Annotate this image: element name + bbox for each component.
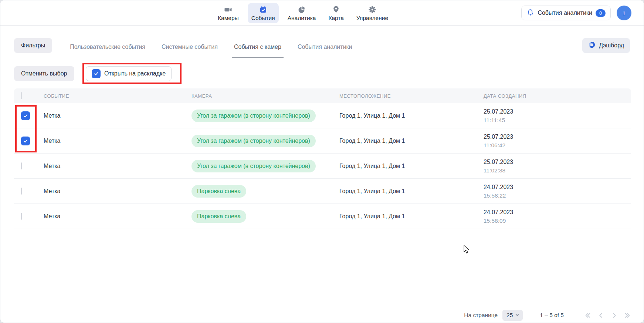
nav-label: События (251, 15, 275, 21)
column-header-location: МЕСТОПОЛОЖЕНИЕ (339, 93, 484, 99)
row-checkbox[interactable] (21, 162, 22, 169)
analytics-events-button[interactable]: События аналитики 0 (521, 6, 611, 20)
tab-camera-events[interactable]: События с камер (234, 37, 281, 58)
top-header: Камеры События (0, 0, 644, 26)
row-checkbox[interactable] (21, 188, 22, 195)
tab-system-events[interactable]: Системные события (162, 37, 218, 58)
created-time: 11:02:38 (484, 166, 631, 175)
per-page-value: 25 (506, 312, 513, 319)
table-row[interactable]: Метка Парковка слева Город 1, Улица 1, Д… (14, 204, 631, 229)
table-row[interactable]: Метка Угол за гаражом (в сторону контейн… (14, 154, 631, 179)
open-on-layout-toggle[interactable]: Открыть на раскладке (86, 66, 172, 81)
pager-arrows (583, 311, 632, 320)
dashboard-button[interactable]: Дэшборд (582, 38, 630, 53)
camera-tag[interactable]: Угол за гаражом (в сторону контейнеров) (191, 160, 316, 172)
tab-analytics-events[interactable]: События аналитики (298, 37, 352, 58)
next-page-button[interactable] (610, 311, 618, 320)
created-time: 11:11:45 (484, 116, 631, 124)
table-header-row: СОБЫТИЕ КАМЕРА МЕСТОПОЛОЖЕНИЕ ДАТА СОЗДА… (14, 88, 631, 103)
table-row[interactable]: Метка Угол за гаражом (в сторону контейн… (14, 128, 631, 154)
camera-tag[interactable]: Парковка слева (191, 185, 246, 198)
map-pin-icon (332, 6, 340, 14)
row-checkbox[interactable] (21, 137, 30, 145)
location-text: Город 1, Улица 1, Дом 1 (339, 188, 484, 195)
location-text: Город 1, Улица 1, Дом 1 (339, 213, 484, 220)
donut-chart-icon (588, 41, 596, 50)
nav-label: Карта (328, 15, 343, 21)
per-page-label: На странице (464, 312, 498, 319)
column-header-created: ДАТА СОЗДАНИЯ (484, 93, 631, 99)
created-date: 25.07.2023 (484, 107, 631, 116)
event-name: Метка (44, 163, 191, 169)
created-date: 24.07.2023 (484, 183, 631, 191)
per-page-select[interactable]: 25 (502, 310, 523, 321)
filters-button[interactable]: Фильтры (14, 38, 52, 53)
camera-tag[interactable]: Угол за гаражом (в сторону контейнеров) (191, 110, 316, 122)
gear-icon (368, 6, 376, 14)
pie-chart-icon (298, 6, 306, 14)
table-row[interactable]: Метка Парковка слева Город 1, Улица 1, Д… (14, 179, 631, 204)
dashboard-label: Дэшборд (599, 42, 624, 49)
created-date: 25.07.2023 (484, 132, 631, 141)
nav-item-events[interactable]: События (248, 3, 279, 23)
created-time: 15:58:09 (484, 216, 631, 225)
analytics-events-label: События аналитики (538, 10, 592, 16)
nav-label: Управление (356, 15, 388, 21)
chevron-down-icon (515, 312, 519, 319)
tab-user-events[interactable]: Пользовательские события (70, 37, 145, 58)
created-date: 24.07.2023 (484, 208, 631, 216)
first-page-button[interactable] (583, 311, 592, 320)
video-camera-icon (224, 6, 232, 14)
created-date: 25.07.2023 (484, 158, 631, 166)
event-name: Метка (44, 188, 191, 195)
nav-item-map[interactable]: Карта (325, 3, 347, 23)
camera-tag[interactable]: Парковка слева (191, 210, 246, 223)
row-checkbox[interactable] (21, 213, 22, 220)
event-name: Метка (44, 112, 191, 119)
nav-label: Камеры (218, 15, 239, 21)
created-time: 15:58:22 (484, 191, 631, 200)
created-time: 11:06:42 (484, 141, 631, 149)
nav-label: Аналитика (288, 15, 316, 21)
pagination-bar: На странице 25 1 – 5 of 5 (464, 309, 632, 321)
location-text: Город 1, Улица 1, Дом 1 (339, 112, 484, 119)
nav-item-analytics[interactable]: Аналитика (284, 3, 320, 23)
nav-item-management[interactable]: Управление (353, 3, 392, 23)
open-on-layout-label: Открыть на раскладке (104, 70, 166, 77)
prev-page-button[interactable] (596, 311, 605, 320)
camera-tag[interactable]: Угол за гаражом (в сторону контейнеров) (191, 135, 316, 147)
event-name: Метка (44, 213, 191, 220)
location-text: Город 1, Улица 1, Дом 1 (339, 138, 484, 144)
column-header-event: СОБЫТИЕ (44, 93, 191, 99)
event-name: Метка (44, 138, 191, 144)
cancel-selection-button[interactable]: Отменить выбор (14, 66, 74, 81)
mouse-cursor (462, 245, 471, 255)
main-navigation: Камеры События (214, 2, 392, 24)
column-header-camera: КАМЕРА (191, 93, 339, 99)
analytics-events-count-badge: 0 (596, 9, 606, 17)
nav-item-cameras[interactable]: Камеры (214, 3, 243, 23)
open-on-layout-checkbox[interactable] (92, 69, 101, 78)
user-avatar[interactable]: 1 (617, 6, 631, 20)
calendar-event-icon (259, 6, 267, 14)
select-all-checkbox[interactable] (21, 92, 22, 99)
location-text: Город 1, Улица 1, Дом 1 (339, 163, 484, 169)
events-table: СОБЫТИЕ КАМЕРА МЕСТОПОЛОЖЕНИЕ ДАТА СОЗДА… (14, 88, 631, 229)
tabs-bar: Фильтры Пользовательские события Системн… (9, 37, 635, 58)
app-window: Камеры События (0, 0, 644, 323)
last-page-button[interactable] (623, 311, 632, 320)
table-row[interactable]: Метка Угол за гаражом (в сторону контейн… (14, 103, 631, 128)
bell-icon (526, 9, 534, 18)
row-checkbox[interactable] (21, 111, 30, 120)
pagination-range: 1 – 5 of 5 (540, 312, 564, 319)
header-right-group: События аналитики 0 1 (521, 6, 631, 20)
